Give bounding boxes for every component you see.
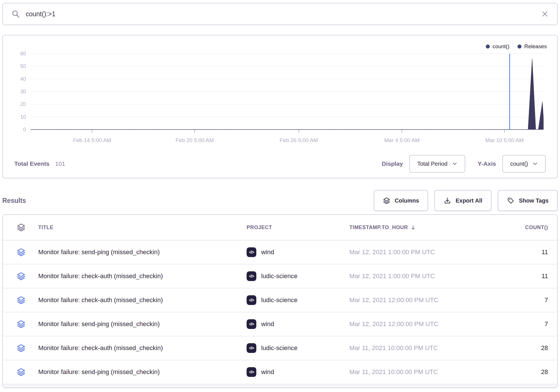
row-timestamp: Mar 11, 2021 10:00:00 PM UTC bbox=[349, 368, 492, 376]
project-badge-glyph: </> bbox=[249, 370, 254, 374]
search-input[interactable]: count():>1 bbox=[26, 10, 541, 18]
row-timestamp: Mar 12, 2021 12:00:00 PM UTC bbox=[349, 320, 492, 328]
row-title[interactable]: Monitor failure: send-ping (missed_check… bbox=[38, 320, 247, 328]
legend-label: Releases bbox=[524, 43, 547, 50]
legend-dot bbox=[486, 45, 490, 49]
table-row: Monitor failure: send-ping (missed_check… bbox=[3, 360, 557, 384]
row-project: </> wind bbox=[247, 319, 349, 329]
row-timestamp: Mar 11, 2021 10:00:00 PM UTC bbox=[349, 344, 492, 352]
legend-dot bbox=[517, 45, 521, 49]
project-badge-glyph: </> bbox=[249, 322, 254, 326]
row-title[interactable]: Monitor failure: check-auth (missed_chec… bbox=[38, 344, 247, 352]
project-name: ludic-science bbox=[261, 344, 297, 352]
legend-item-count[interactable]: count() bbox=[486, 43, 509, 50]
legend-label: count() bbox=[493, 43, 509, 50]
row-timestamp: Mar 12, 2021 1:00:00 PM UTC bbox=[349, 248, 492, 256]
column-header-timestamp[interactable]: TIMESTAMP.TO_HOUR bbox=[349, 225, 492, 231]
svg-text:Mar 4 5:00 AM: Mar 4 5:00 AM bbox=[384, 137, 420, 143]
stack-icon bbox=[17, 367, 26, 377]
display-dropdown[interactable]: Total Period bbox=[409, 155, 465, 173]
search-icon bbox=[11, 10, 20, 18]
row-title[interactable]: Monitor failure: send-ping (missed_check… bbox=[38, 248, 247, 256]
svg-text:50: 50 bbox=[20, 63, 26, 69]
export-all-button[interactable]: Export All bbox=[434, 190, 491, 211]
row-timestamp: Mar 12, 2021 12:00:00 PM UTC bbox=[349, 296, 492, 304]
events-chart-card: 0102030405060Feb 14 5:00 AMFeb 20 5:00 A… bbox=[2, 35, 558, 178]
code-platform-icon: </> bbox=[247, 295, 256, 305]
row-timestamp: Mar 12, 2021 1:00:00 PM UTC bbox=[349, 272, 492, 280]
project-badge-glyph: </> bbox=[249, 298, 254, 302]
svg-text:30: 30 bbox=[20, 89, 26, 94]
svg-text:Feb 14 5:00 AM: Feb 14 5:00 AM bbox=[73, 137, 111, 143]
stack-icon bbox=[17, 248, 26, 257]
column-header-count-label: COUNT() bbox=[525, 225, 548, 231]
table-row: Monitor failure: check-auth (missed_chec… bbox=[3, 288, 557, 312]
chevron-down-icon bbox=[533, 161, 538, 166]
results-heading: Results bbox=[2, 197, 26, 205]
tag-icon bbox=[507, 197, 515, 205]
table-row: Monitor failure: send-ping (missed_check… bbox=[3, 241, 557, 264]
row-project: </> ludic-science bbox=[247, 271, 349, 281]
code-platform-icon: </> bbox=[247, 319, 256, 329]
show-tags-button-label: Show Tags bbox=[519, 197, 549, 204]
row-project: </> wind bbox=[247, 367, 349, 377]
table-row: Monitor failure: check-auth (missed_chec… bbox=[3, 264, 557, 288]
code-platform-icon: </> bbox=[247, 343, 256, 353]
columns-button[interactable]: Columns bbox=[374, 190, 428, 211]
column-header-title[interactable]: TITLE bbox=[38, 225, 247, 231]
row-title[interactable]: Monitor failure: send-ping (missed_check… bbox=[38, 368, 247, 376]
column-header-count[interactable]: COUNT() bbox=[492, 225, 557, 231]
project-name: wind bbox=[261, 320, 274, 328]
display-label: Display bbox=[382, 160, 403, 167]
row-project: </> ludic-science bbox=[247, 343, 349, 353]
search-bar[interactable]: count():>1 bbox=[2, 3, 558, 25]
results-header-row: Results Columns Export All Show Tags bbox=[2, 189, 558, 212]
project-badge-glyph: </> bbox=[249, 346, 254, 350]
project-name: ludic-science bbox=[261, 296, 297, 304]
row-title[interactable]: Monitor failure: check-auth (missed_chec… bbox=[38, 272, 247, 280]
row-count: 11 bbox=[492, 248, 557, 256]
svg-text:Mar 10 5:00 AM: Mar 10 5:00 AM bbox=[485, 137, 523, 143]
discover-page: count():>1 0102030405060Feb 14 5:00 AMFe… bbox=[0, 0, 560, 392]
svg-text:60: 60 bbox=[20, 51, 26, 56]
sort-desc-icon bbox=[410, 225, 416, 231]
layers-icon bbox=[383, 197, 390, 205]
yaxis-dropdown-value: count() bbox=[510, 161, 528, 167]
column-header-project-label: PROJECT bbox=[247, 225, 272, 231]
total-events-value: 101 bbox=[55, 160, 65, 167]
table-row: Monitor failure: send-ping (missed_check… bbox=[3, 312, 557, 336]
display-dropdown-value: Total Period bbox=[417, 161, 448, 167]
chart-legend: count() Releases bbox=[486, 43, 547, 50]
row-project: </> ludic-science bbox=[247, 295, 349, 305]
row-count: 7 bbox=[492, 296, 557, 304]
stack-icon bbox=[17, 343, 26, 353]
row-count: 7 bbox=[492, 320, 557, 328]
svg-text:Feb 26 5:00 AM: Feb 26 5:00 AM bbox=[280, 137, 318, 143]
chevron-down-icon bbox=[452, 161, 457, 166]
column-header-timestamp-label: TIMESTAMP.TO_HOUR bbox=[349, 225, 408, 231]
svg-text:40: 40 bbox=[20, 76, 26, 82]
stack-icon bbox=[17, 223, 26, 232]
table-row: Monitor failure: check-auth (missed_chec… bbox=[3, 336, 557, 360]
total-events-label: Total Events bbox=[14, 160, 49, 167]
columns-button-label: Columns bbox=[395, 197, 419, 204]
close-icon[interactable] bbox=[541, 10, 549, 18]
row-count: 28 bbox=[492, 368, 557, 376]
project-badge-glyph: </> bbox=[249, 274, 254, 278]
column-header-title-label: TITLE bbox=[38, 225, 53, 231]
row-count: 28 bbox=[492, 344, 557, 352]
project-badge-glyph: </> bbox=[249, 250, 254, 254]
table-footer bbox=[3, 384, 557, 387]
show-tags-button[interactable]: Show Tags bbox=[498, 190, 558, 211]
row-project: </> wind bbox=[247, 247, 349, 257]
yaxis-dropdown[interactable]: count() bbox=[502, 155, 546, 173]
row-title[interactable]: Monitor failure: check-auth (missed_chec… bbox=[38, 296, 247, 304]
legend-item-releases[interactable]: Releases bbox=[517, 43, 547, 50]
project-name: wind bbox=[261, 368, 274, 376]
stack-icon bbox=[17, 296, 26, 305]
export-all-button-label: Export All bbox=[456, 197, 482, 204]
download-icon bbox=[444, 197, 451, 205]
results-table: TITLE PROJECT TIMESTAMP.TO_HOUR COUNT() … bbox=[2, 214, 558, 388]
column-header-project[interactable]: PROJECT bbox=[247, 225, 349, 231]
svg-text:20: 20 bbox=[20, 101, 26, 107]
